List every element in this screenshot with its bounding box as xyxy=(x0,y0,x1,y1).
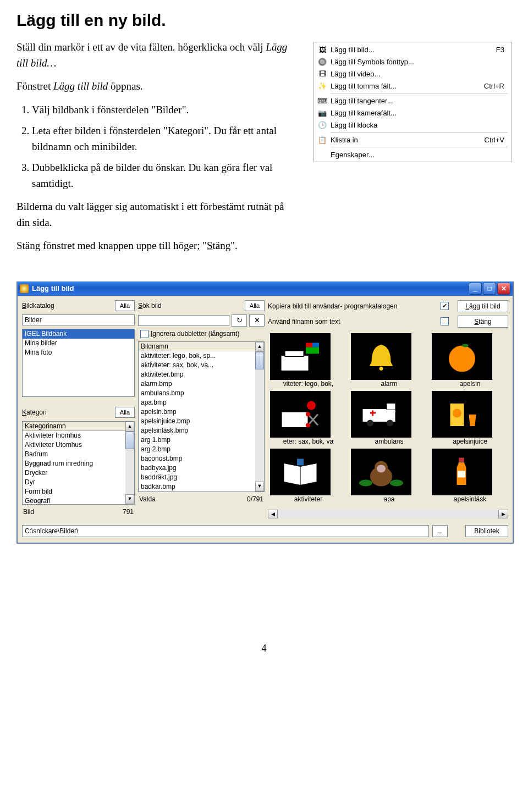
list-item[interactable]: Byggnad rum inredning xyxy=(23,459,134,468)
filnamn-checkbox[interactable] xyxy=(441,317,449,325)
valda-label: Valda xyxy=(139,495,156,503)
list-item[interactable]: arg 1.bmp xyxy=(139,435,264,445)
list-item[interactable]: badkar.bmp xyxy=(139,482,264,491)
list-item[interactable]: Mina bilder xyxy=(23,339,134,348)
thumbnail-cell[interactable]: aktiviteter xyxy=(270,449,346,503)
menu-item-label: Lägg till tangenter... xyxy=(331,97,494,105)
svg-rect-8 xyxy=(282,412,308,427)
camera-icon: 📷 xyxy=(317,108,327,118)
close-dialog-button[interactable]: Stäng xyxy=(458,316,508,328)
list-item[interactable]: aktiviteter: lego, bok, sp... xyxy=(139,351,264,361)
list-item[interactable]: Form bild xyxy=(23,487,134,496)
list-item[interactable]: baconost.bmp xyxy=(139,454,264,463)
kategori-listbox[interactable]: Kategorinamn Aktiviteter InomhusAktivite… xyxy=(22,421,135,505)
scroll-down-icon[interactable]: ▼ xyxy=(255,482,264,491)
kategori-alla-button[interactable]: Alla xyxy=(115,407,135,418)
list-item[interactable]: apa.bmp xyxy=(139,398,264,407)
bilder-textbox[interactable]: Bilder xyxy=(22,314,135,325)
kopiera-label: Kopiera bild till användar- programkatal… xyxy=(268,302,436,310)
menu-item[interactable]: 🕒Lägg till klocka xyxy=(315,119,510,131)
svg-rect-4 xyxy=(306,347,319,353)
step-1: Välj bildbank i fönsterdelen "Bilder". xyxy=(32,102,297,118)
svg-rect-27 xyxy=(458,471,465,477)
scroll-right-icon[interactable]: ▶ xyxy=(498,510,508,518)
list-item[interactable]: apelsinjuice.bmp xyxy=(139,417,264,426)
list-item[interactable]: ambulans.bmp xyxy=(139,389,264,398)
scroll-left-icon[interactable]: ◀ xyxy=(268,510,278,518)
list-item[interactable]: alarm.bmp xyxy=(139,379,264,389)
close-button[interactable]: ✕ xyxy=(497,283,510,295)
add-image-button[interactable]: Lägg till bild xyxy=(458,300,508,312)
paste-icon: 📋 xyxy=(317,135,327,145)
svg-point-19 xyxy=(453,408,461,417)
thumbnail-cell[interactable]: apelsinjuice xyxy=(432,391,508,445)
svg-rect-3 xyxy=(312,343,319,347)
svg-point-10 xyxy=(306,423,310,427)
bildnamn-scrollbar[interactable]: ▲ ▼ xyxy=(255,342,264,491)
menu-divider xyxy=(331,132,508,132)
menu-item[interactable]: 📷Lägg till kamerafält... xyxy=(315,107,510,119)
list-item[interactable]: baddräkt.jpg xyxy=(139,473,264,482)
list-item[interactable]: badrum 1.bmp xyxy=(139,491,264,492)
list-item[interactable]: Geografi xyxy=(23,496,134,505)
list-item[interactable]: apelsinläsk.bmp xyxy=(139,426,264,435)
p4: Stäng fönstret med knappen uppe till hög… xyxy=(16,238,297,254)
thumbnail-label: apa xyxy=(351,495,427,503)
list-item[interactable]: apelsin.bmp xyxy=(139,407,264,417)
menu-item[interactable]: 🔘Lägg till Symbols fonttyp... xyxy=(315,56,510,68)
list-item[interactable]: aktiviteter: sax, bok, va... xyxy=(139,361,264,370)
list-item[interactable]: IGEL Bildbank xyxy=(23,329,134,339)
sok-alla-button[interactable]: Alla xyxy=(245,300,265,311)
thumb-hscroll[interactable]: ◀ ▶ xyxy=(268,510,508,518)
maximize-button[interactable]: □ xyxy=(483,283,496,295)
scroll-up-icon[interactable]: ▲ xyxy=(255,342,264,352)
blank-icon xyxy=(317,150,327,159)
menu-item[interactable]: ⌨Lägg till tangenter... xyxy=(315,95,510,107)
minimize-button[interactable]: _ xyxy=(469,283,482,295)
kategori-scrollbar[interactable]: ▲ ▼ xyxy=(125,422,134,504)
browse-button[interactable]: ... xyxy=(432,525,448,537)
thumbnail-cell[interactable]: alarm xyxy=(351,333,427,388)
thumbnail-cell[interactable]: apelsinläsk xyxy=(432,449,508,503)
list-item[interactable]: arg 2.bmp xyxy=(139,445,264,454)
bildkatalog-alla-button[interactable]: Alla xyxy=(115,300,135,311)
thumbnail-cell[interactable]: apelsin xyxy=(432,333,508,388)
svg-point-17 xyxy=(387,419,393,426)
thumbnail-cell[interactable]: apa xyxy=(351,449,427,503)
svg-point-7 xyxy=(462,344,469,347)
list-item[interactable]: Aktiviteter Utomhus xyxy=(23,440,134,450)
thumbnail-cell[interactable]: viteter: lego, bok, xyxy=(270,333,346,388)
bildnamn-listbox[interactable]: Bildnamn aktiviteter: lego, bok, sp...ak… xyxy=(138,341,265,492)
menu-item[interactable]: 🎞Lägg till video... xyxy=(315,68,510,80)
menu-item[interactable]: ✨Lägg till tomma fält...Ctrl+R xyxy=(315,80,510,92)
titlebar: Lägg till bild _ □ ✕ xyxy=(18,281,513,296)
list-item[interactable]: Drycker xyxy=(23,468,134,478)
menu-item-label: Lägg till bild... xyxy=(331,46,486,54)
menu-item[interactable]: Egenskaper... xyxy=(315,148,510,161)
menu-item[interactable]: 📋Klistra inCtrl+V xyxy=(315,134,510,146)
ignore-dupes-checkbox[interactable] xyxy=(140,330,148,338)
kategorinamn-header: Kategorinamn xyxy=(23,422,134,431)
kopiera-checkbox[interactable]: ✔ xyxy=(441,302,449,310)
list-item[interactable]: Dyr xyxy=(23,478,134,487)
scroll-thumb[interactable] xyxy=(255,352,264,369)
menu-item[interactable]: 🖼Lägg till bild...F3 xyxy=(315,43,510,56)
list-item[interactable]: Aktiviteter Inomhus xyxy=(23,431,134,440)
list-item[interactable]: Mina foto xyxy=(23,348,134,357)
list-item[interactable]: aktiviteter.bmp xyxy=(139,370,264,379)
bibliotek-button[interactable]: Bibliotek xyxy=(465,525,508,537)
clear-button[interactable]: ✕ xyxy=(249,314,265,327)
path-textbox[interactable]: C:\snickare\Bilder\ xyxy=(22,525,429,537)
thumbnail-cell[interactable]: ambulans xyxy=(351,391,427,445)
scroll-up-icon[interactable]: ▲ xyxy=(125,422,134,432)
thumbnail-image xyxy=(351,391,411,438)
thumbnail-cell[interactable]: eter: sax, bok, va xyxy=(270,391,346,445)
catalog-listbox[interactable]: IGEL BildbankMina bilderMina foto xyxy=(22,329,135,397)
search-input[interactable] xyxy=(138,315,229,326)
scroll-down-icon[interactable]: ▼ xyxy=(125,494,134,504)
list-item[interactable]: Badrum xyxy=(23,450,134,459)
list-item[interactable]: badbyxa.jpg xyxy=(139,463,264,473)
refresh-button[interactable]: ↻ xyxy=(232,314,247,327)
scroll-thumb[interactable] xyxy=(125,432,134,449)
page-number: 4 xyxy=(16,643,512,654)
